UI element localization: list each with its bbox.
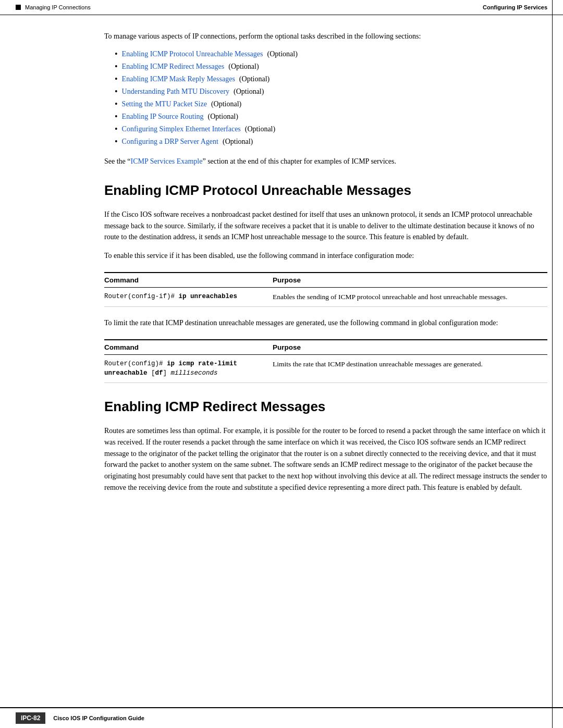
header-square-icon	[16, 5, 21, 10]
table-command-cell: Router(config-if)# ip unreachables	[104, 287, 273, 306]
command-unreachable-bold: unreachable	[104, 369, 148, 377]
section2-body: Routes are sometimes less than optimal. …	[104, 425, 547, 493]
command-ms-italic: milliseconds	[171, 369, 218, 377]
link-icmp-mask-reply[interactable]: Enabling ICMP Mask Reply Messages	[122, 73, 235, 85]
page-number-badge: IPC-82	[16, 712, 45, 724]
list-item: Enabling IP Source Routing (Optional)	[115, 110, 547, 123]
command-table-2: Command Purpose Router(config)# ip icmp …	[104, 339, 547, 384]
section2-para1: Routes are sometimes less than optimal. …	[104, 425, 547, 493]
list-item: Enabling ICMP Redirect Messages (Optiona…	[115, 60, 547, 73]
col-purpose-header-2: Purpose	[273, 340, 547, 355]
header-right-text: Configuring IP Services	[483, 4, 547, 10]
optional-text: (Optional)	[245, 123, 275, 135]
page: Managing IP Connections Configuring IP S…	[0, 0, 563, 728]
list-item: Setting the MTU Packet Size (Optional)	[115, 98, 547, 110]
see-note-suffix: ” section at the end of this chapter for…	[202, 157, 396, 165]
header-left-text: Managing IP Connections	[25, 4, 91, 10]
page-header: Managing IP Connections Configuring IP S…	[0, 0, 563, 15]
see-note: See the “ICMP Services Example” section …	[104, 156, 547, 167]
col-command-header: Command	[104, 273, 273, 288]
list-item: Configuring a DRP Server Agent (Optional…	[115, 135, 547, 148]
section1-para1: If the Cisco IOS software receives a non…	[104, 209, 547, 243]
section2-heading: Enabling ICMP Redirect Messages	[104, 399, 547, 415]
col-purpose-header: Purpose	[273, 273, 547, 288]
command-bold-2: ip icmp rate-limit	[167, 360, 237, 367]
optional-text: (Optional)	[267, 48, 297, 60]
command-table-1: Command Purpose Router(config-if)# ip un…	[104, 272, 547, 307]
section1-body: If the Cisco IOS software receives a non…	[104, 209, 547, 262]
link-icmp-redirect[interactable]: Enabling ICMP Redirect Messages	[122, 60, 225, 73]
page-border-right	[552, 0, 553, 728]
table-row: Router(config-if)# ip unreachables Enabl…	[104, 287, 547, 306]
optional-text: (Optional)	[223, 135, 253, 148]
optional-text: (Optional)	[239, 73, 270, 85]
intro-paragraph: To manage various aspects of IP connecti…	[104, 31, 547, 42]
link-ip-source-routing[interactable]: Enabling IP Source Routing	[122, 110, 204, 123]
command-df-bold: df	[155, 369, 163, 377]
list-item: Enabling ICMP Mask Reply Messages (Optio…	[115, 73, 547, 85]
optional-text: (Optional)	[211, 98, 241, 110]
between-tables-para: To limit the rate that ICMP destination …	[104, 317, 547, 329]
table-header-row: Command Purpose	[104, 273, 547, 288]
section1-para2: To enable this service if it has been di…	[104, 250, 547, 262]
command-prefix: Router(config-if)#	[104, 293, 179, 300]
table-purpose-cell-2: Limits the rate that ICMP destination un…	[273, 354, 547, 383]
optional-text: (Optional)	[208, 110, 238, 123]
link-icmp-unreachable[interactable]: Enabling ICMP Protocol Unreachable Messa…	[122, 48, 263, 60]
list-item: Understanding Path MTU Discovery (Option…	[115, 85, 547, 98]
optional-text: (Optional)	[228, 60, 259, 73]
link-icmp-example[interactable]: ICMP Services Example	[131, 157, 203, 165]
link-path-mtu[interactable]: Understanding Path MTU Discovery	[122, 85, 229, 98]
command-text-2: Router(config)# ip icmp rate-limit unrea…	[104, 360, 237, 377]
command-line2-prefix: unreachable [df] milliseconds	[104, 369, 218, 377]
link-drp-server[interactable]: Configuring a DRP Server Agent	[122, 135, 218, 148]
command-prefix-2: Router(config)#	[104, 360, 167, 367]
col-command-header-2: Command	[104, 340, 273, 355]
bullet-list: Enabling ICMP Protocol Unreachable Messa…	[115, 48, 547, 148]
list-item: Configuring Simplex Ethernet Interfaces …	[115, 123, 547, 135]
table-header-row: Command Purpose	[104, 340, 547, 355]
page-footer: IPC-82 Cisco IOS IP Configuration Guide	[0, 707, 563, 728]
command-bold: ip unreachables	[179, 293, 238, 300]
between-tables-text: To limit the rate that ICMP destination …	[104, 317, 547, 329]
optional-text: (Optional)	[234, 85, 264, 98]
table-row: Router(config)# ip icmp rate-limit unrea…	[104, 354, 547, 383]
footer-title: Cisco IOS IP Configuration Guide	[53, 715, 144, 721]
table-command-cell-2: Router(config)# ip icmp rate-limit unrea…	[104, 354, 273, 383]
see-note-prefix: See the “	[104, 157, 131, 165]
link-simplex-ethernet[interactable]: Configuring Simplex Ethernet Interfaces	[122, 123, 241, 135]
command-text: Router(config-if)# ip unreachables	[104, 293, 237, 300]
section1-heading: Enabling ICMP Protocol Unreachable Messa…	[104, 182, 547, 199]
link-mtu-size[interactable]: Setting the MTU Packet Size	[122, 98, 207, 110]
main-content: To manage various aspects of IP connecti…	[0, 15, 563, 516]
intro-section: To manage various aspects of IP connecti…	[104, 31, 547, 167]
header-left: Managing IP Connections	[16, 4, 91, 10]
list-item: Enabling ICMP Protocol Unreachable Messa…	[115, 48, 547, 60]
table-purpose-cell: Enables the sending of ICMP protocol unr…	[273, 287, 547, 306]
